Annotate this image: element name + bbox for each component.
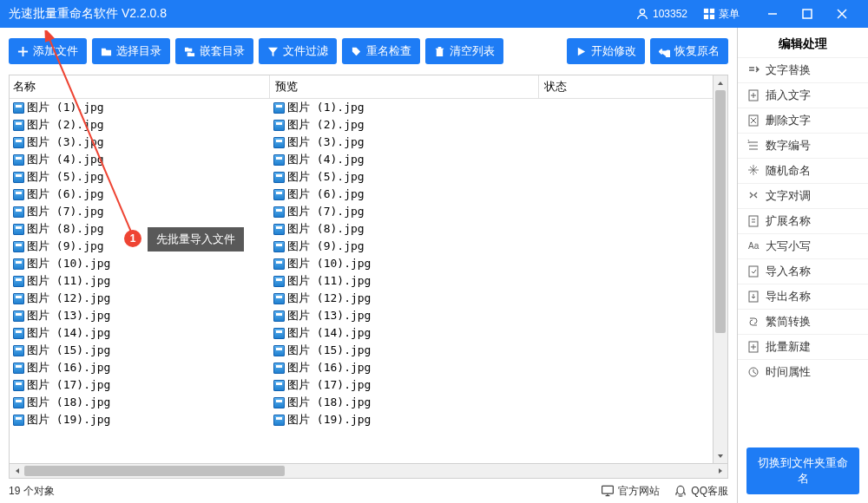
image-file-icon (13, 363, 24, 374)
edit-action-item[interactable]: 批量新建 (738, 334, 868, 359)
edit-action-item[interactable]: 文字替换 (738, 57, 868, 82)
nested-dir-button[interactable]: 嵌套目录 (175, 38, 253, 64)
edit-action-item[interactable]: 删除文字 (738, 108, 868, 133)
horizontal-scrollbar[interactable] (10, 463, 727, 478)
table-row[interactable]: 图片 (9).jpg图片 (9).jpg (10, 238, 727, 255)
image-file-icon (273, 102, 285, 114)
image-file-icon (273, 293, 285, 304)
edit-action-item[interactable]: 随机命名 (738, 158, 868, 183)
edit-action-item[interactable]: 导出名称 (738, 284, 868, 309)
table-row[interactable]: 图片 (10).jpg图片 (10).jpg (10, 255, 727, 272)
user-info[interactable]: 103352 (635, 7, 687, 21)
close-button[interactable] (825, 0, 859, 28)
svg-rect-3 (704, 15, 708, 19)
table-row[interactable]: 图片 (17).jpg图片 (17).jpg (10, 376, 727, 394)
image-file-icon (13, 415, 24, 426)
rename-check-button[interactable]: 重名检查 (342, 38, 420, 64)
table-row[interactable]: 图片 (4).jpg图片 (4).jpg (10, 151, 727, 168)
table-row[interactable]: 图片 (15).jpg图片 (15).jpg (10, 342, 727, 359)
image-file-icon (273, 137, 285, 148)
play-icon (575, 46, 587, 57)
edit-action-item[interactable]: 导入名称 (738, 258, 868, 284)
qq-service-link[interactable]: QQ客服 (674, 484, 728, 499)
edit-action-item[interactable]: Aa大写小写 (738, 233, 868, 258)
image-file-icon (273, 363, 285, 374)
edit-action-item[interactable]: 时间属性 (738, 359, 868, 384)
table-row[interactable]: 图片 (3).jpg图片 (3).jpg (10, 134, 727, 151)
action-label: 批量新建 (766, 339, 811, 355)
scroll-thumb-v[interactable] (715, 90, 726, 333)
start-modify-button[interactable]: 开始修改 (567, 38, 645, 64)
table-row[interactable]: 图片 (7).jpg图片 (7).jpg (10, 203, 727, 220)
cell-name: 图片 (17).jpg (10, 376, 270, 394)
action-label: 扩展名称 (766, 213, 811, 229)
image-file-icon (13, 224, 24, 235)
restore-name-button[interactable]: 恢复原名 (650, 38, 728, 64)
right-panel-title: 编辑处理 (738, 28, 868, 57)
edit-action-item[interactable]: 繁简转换 (738, 309, 868, 334)
cell-name: 图片 (8).jpg (10, 220, 270, 238)
col-preview-header[interactable]: 预览 (270, 75, 539, 98)
maximize-button[interactable] (790, 0, 825, 28)
edit-action-item[interactable]: 插入文字 (738, 82, 868, 108)
file-filter-button[interactable]: 文件过滤 (259, 38, 337, 64)
table-row[interactable]: 图片 (2).jpg图片 (2).jpg (10, 116, 727, 134)
image-file-icon (273, 224, 285, 235)
user-icon (635, 7, 649, 21)
table-row[interactable]: 图片 (1).jpg图片 (1).jpg (10, 99, 727, 116)
image-file-icon (273, 276, 285, 287)
cell-preview: 图片 (9).jpg (270, 238, 539, 255)
col-status-header[interactable]: 状态 (539, 75, 727, 98)
action-icon (746, 189, 760, 203)
action-icon (746, 315, 760, 329)
col-name-header[interactable]: 名称 (10, 75, 270, 98)
cell-name: 图片 (6).jpg (10, 186, 270, 203)
table-row[interactable]: 图片 (16).jpg图片 (16).jpg (10, 359, 727, 376)
scroll-up-icon[interactable] (713, 75, 727, 90)
table-row[interactable]: 图片 (5).jpg图片 (5).jpg (10, 168, 727, 186)
table-row[interactable]: 图片 (11).jpg图片 (11).jpg (10, 272, 727, 290)
scroll-left-icon[interactable] (10, 464, 24, 478)
table-row[interactable]: 图片 (6).jpg图片 (6).jpg (10, 186, 727, 203)
menu-button[interactable]: 菜单 (703, 7, 740, 22)
svg-rect-2 (710, 9, 714, 13)
action-icon (746, 164, 760, 178)
cell-preview: 图片 (17).jpg (270, 376, 539, 394)
scroll-thumb-h[interactable] (24, 466, 285, 476)
cell-name: 图片 (9).jpg (10, 238, 270, 255)
minimize-button[interactable] (755, 0, 790, 28)
action-icon (746, 365, 760, 379)
table-body[interactable]: 图片 (1).jpg图片 (1).jpg图片 (2).jpg图片 (2).jpg… (10, 99, 727, 478)
clear-list-button[interactable]: 清空列表 (425, 38, 503, 64)
image-file-icon (13, 258, 24, 270)
table-row[interactable]: 图片 (19).jpg图片 (19).jpg (10, 411, 727, 428)
action-icon (746, 63, 760, 77)
scroll-right-icon[interactable] (713, 464, 727, 478)
table-row[interactable]: 图片 (12).jpg图片 (12).jpg (10, 290, 727, 307)
select-dir-button[interactable]: 选择目录 (92, 38, 170, 64)
image-file-icon (273, 310, 285, 322)
table-row[interactable]: 图片 (18).jpg图片 (18).jpg (10, 394, 727, 411)
edit-action-item[interactable]: 扩展名称 (738, 208, 868, 233)
svg-rect-4 (710, 15, 714, 19)
image-file-icon (13, 397, 24, 408)
scroll-down-icon[interactable] (713, 448, 727, 463)
action-label: 繁简转换 (766, 314, 811, 330)
image-file-icon (13, 172, 24, 183)
action-label: 导出名称 (766, 289, 811, 304)
svg-rect-25 (749, 216, 758, 226)
cell-preview: 图片 (18).jpg (270, 394, 539, 411)
cell-preview: 图片 (2).jpg (270, 116, 539, 134)
edit-action-item[interactable]: 1数字编号 (738, 133, 868, 158)
edit-action-item[interactable]: 文字对调 (738, 183, 868, 208)
action-label: 删除文字 (766, 113, 811, 128)
cell-preview: 图片 (7).jpg (270, 203, 539, 220)
vertical-scrollbar[interactable] (713, 75, 727, 463)
titlebar: 光速批量重命名软件 V2.2.0.8 103352 菜单 (0, 0, 868, 28)
switch-mode-button[interactable]: 切换到文件夹重命名 (746, 447, 859, 494)
table-row[interactable]: 图片 (8).jpg图片 (8).jpg (10, 220, 727, 238)
add-file-button[interactable]: 添加文件 (9, 38, 87, 64)
table-row[interactable]: 图片 (13).jpg图片 (13).jpg (10, 307, 727, 324)
table-row[interactable]: 图片 (14).jpg图片 (14).jpg (10, 324, 727, 342)
official-site-link[interactable]: 官方网站 (601, 484, 660, 499)
